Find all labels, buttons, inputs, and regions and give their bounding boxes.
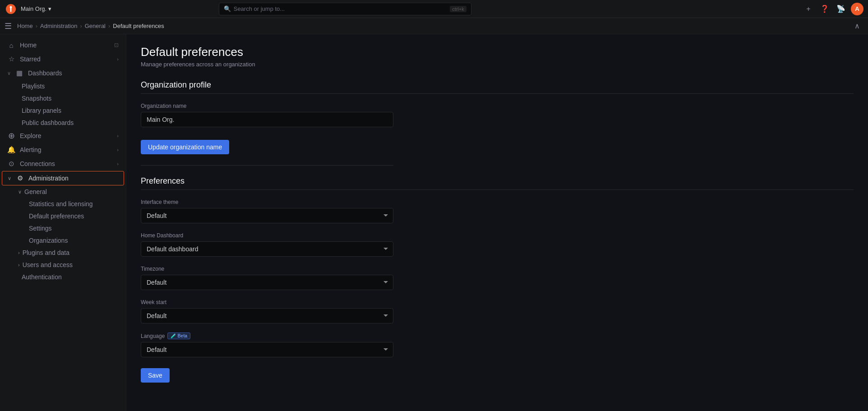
sidebar-item-default-preferences[interactable]: Default preferences: [2, 210, 124, 222]
org-name-group: Organization name: [141, 103, 393, 127]
timezone-label: Timezone: [141, 266, 393, 272]
sidebar-item-general[interactable]: ∨ General: [2, 186, 124, 198]
preferences-section-title: Preferences: [141, 176, 854, 190]
save-button[interactable]: Save: [141, 368, 170, 383]
sidebar-item-label: Snapshots: [22, 95, 51, 102]
dock-icon: ⊡: [114, 42, 119, 48]
sidebar-item-label: Connections: [20, 160, 112, 167]
sidebar-item-public-dashboards[interactable]: Public dashboards: [2, 117, 124, 129]
save-row: Save: [141, 368, 854, 383]
breadcrumb-current: Default preferences: [113, 23, 164, 29]
breadcrumb-general[interactable]: General: [85, 23, 106, 29]
org-name: Main Org.: [21, 5, 46, 12]
sidebar-item-label: Public dashboards: [22, 119, 74, 126]
language-label: Language 🧪 Beta: [141, 332, 393, 339]
sidebar-item-home[interactable]: ⌂ Home ⊡: [2, 38, 124, 52]
sidebar-item-label: Explore: [20, 132, 112, 139]
main-content: Default preferences Manage preferences a…: [126, 34, 868, 411]
breadcrumb-home[interactable]: Home: [17, 23, 33, 29]
help-button[interactable]: ❓: [818, 3, 831, 15]
sidebar-item-label: Playlists: [22, 83, 45, 90]
add-button[interactable]: +: [802, 3, 815, 15]
topbar: Main Org. ▾ 🔍 Search or jump to... ctrl+…: [0, 0, 868, 18]
sidebar-item-label: Statistics and licensing: [29, 200, 93, 208]
theme-label: Interface theme: [141, 199, 393, 205]
breadcrumb-sep-2: ›: [80, 23, 82, 29]
administration-icon: ⚙: [16, 174, 24, 182]
sidebar-item-settings[interactable]: Settings: [2, 222, 124, 234]
chevron-right-icon: ›: [18, 250, 20, 255]
menu-toggle-button[interactable]: ☰: [5, 21, 12, 31]
week-start-select[interactable]: Default Sunday Monday Saturday: [141, 308, 393, 323]
topbar-actions: + ❓ 📡 A: [802, 3, 863, 15]
section-divider: [141, 165, 393, 166]
home-dashboard-group: Home Dashboard Default dashboard: [141, 232, 393, 257]
sidebar-item-alerting[interactable]: 🔔 Alerting ›: [2, 143, 124, 157]
svg-rect-2: [10, 8, 12, 11]
breadcrumb-sep-3: ›: [108, 23, 110, 29]
grafana-logo[interactable]: [5, 3, 17, 15]
sidebar-item-snapshots[interactable]: Snapshots: [2, 92, 124, 104]
sidebar-item-plugins[interactable]: › Plugins and data: [2, 247, 124, 259]
sidebar-item-organizations[interactable]: Organizations: [2, 235, 124, 246]
beta-badge: 🧪 Beta: [167, 332, 190, 339]
search-shortcut: ctrl+k: [450, 6, 466, 12]
search-icon: 🔍: [224, 5, 231, 12]
svg-point-3: [10, 10, 12, 12]
chevron-right-icon: ›: [18, 262, 20, 268]
chevron-right-icon: ›: [117, 133, 119, 139]
sidebar-item-label: Home: [20, 42, 110, 49]
sidebar-item-label: Administration: [28, 175, 118, 182]
sidebar: ⌂ Home ⊡ ☆ Starred › ∨ ▦ Dashboards Play…: [0, 34, 126, 411]
theme-group: Interface theme Default Dark Light: [141, 199, 393, 223]
org-name-label: Organization name: [141, 103, 393, 109]
svg-point-1: [10, 6, 12, 8]
explore-icon: ⊕: [7, 132, 15, 140]
home-dashboard-label: Home Dashboard: [141, 232, 393, 239]
org-profile-section-title: Organization profile: [141, 80, 854, 94]
org-chevron: ▾: [48, 5, 51, 12]
sidebar-item-users-access[interactable]: › Users and access: [2, 259, 124, 271]
chevron-right-icon: ›: [117, 161, 119, 166]
update-org-button[interactable]: Update organization name: [141, 140, 229, 154]
collapse-button[interactable]: ∧: [851, 20, 863, 32]
language-select[interactable]: Default English French German Spanish: [141, 342, 393, 357]
chevron-down-icon: ∨: [18, 189, 22, 195]
star-icon: ☆: [7, 55, 15, 63]
home-dashboard-select[interactable]: Default dashboard: [141, 241, 393, 257]
sidebar-item-library-panels[interactable]: Library panels: [2, 105, 124, 116]
alerting-icon: 🔔: [7, 146, 15, 154]
flask-icon: 🧪: [171, 333, 176, 338]
sidebar-item-administration[interactable]: ∨ ⚙ Administration: [2, 171, 124, 185]
sidebar-item-label: Library panels: [22, 107, 61, 114]
sidebar-item-label: Settings: [29, 225, 52, 232]
language-group: Language 🧪 Beta Default English French G…: [141, 332, 393, 357]
search-placeholder: Search or jump to...: [234, 5, 447, 12]
chevron-down-icon: ∨: [8, 175, 11, 181]
search-bar[interactable]: 🔍 Search or jump to... ctrl+k: [219, 3, 471, 15]
sidebar-item-label: Alerting: [20, 146, 112, 153]
breadcrumb-administration[interactable]: Administration: [40, 23, 77, 29]
sidebar-item-authentication[interactable]: Authentication: [2, 271, 124, 283]
sidebar-item-dashboards[interactable]: ∨ ▦ Dashboards: [2, 66, 124, 80]
sidebar-item-starred[interactable]: ☆ Starred ›: [2, 52, 124, 66]
breadcrumb-bar: ☰ Home › Administration › General › Defa…: [0, 18, 868, 34]
dashboards-icon: ▦: [15, 69, 23, 77]
week-start-group: Week start Default Sunday Monday Saturda…: [141, 299, 393, 323]
chevron-down-icon: ∨: [7, 70, 11, 76]
sidebar-item-explore[interactable]: ⊕ Explore ›: [2, 129, 124, 143]
sidebar-item-label: Default preferences: [29, 212, 84, 220]
sidebar-item-stats[interactable]: Statistics and licensing: [2, 198, 124, 210]
sidebar-item-label: Organizations: [29, 237, 68, 244]
avatar[interactable]: A: [851, 3, 863, 15]
sidebar-item-playlists[interactable]: Playlists: [2, 80, 124, 92]
home-icon: ⌂: [7, 41, 15, 49]
timezone-select[interactable]: Default Browser Time UTC: [141, 275, 393, 290]
chevron-right-icon: ›: [117, 56, 119, 62]
org-selector[interactable]: Main Org. ▾: [21, 5, 51, 12]
news-button[interactable]: 📡: [835, 3, 847, 15]
theme-select[interactable]: Default Dark Light: [141, 208, 393, 223]
sidebar-item-connections[interactable]: ⊙ Connections ›: [2, 157, 124, 171]
sidebar-item-label: Authentication: [22, 273, 62, 281]
org-name-input[interactable]: [141, 112, 393, 127]
